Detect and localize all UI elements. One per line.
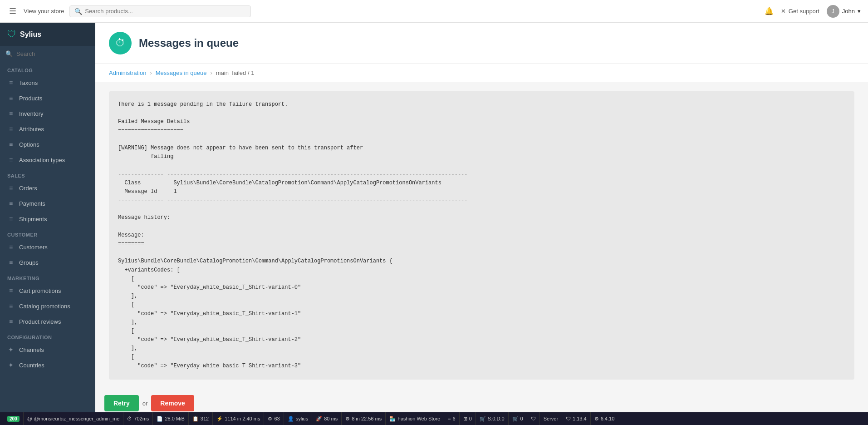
- sidebar-logo: 🛡 Sylius: [0, 23, 95, 46]
- http-code-badge: 200: [7, 416, 20, 422]
- sidebar-logo-text: Sylius: [20, 30, 41, 39]
- status-channels: ≡ 6: [444, 412, 460, 425]
- avatar: J: [827, 5, 839, 18]
- time3-icon: ⚙: [345, 416, 350, 422]
- sidebar-item-cart-promotions[interactable]: ≡ Cart promotions: [0, 283, 95, 298]
- status-url: @ @monsieurbiz_messenger_admin_me: [24, 412, 124, 425]
- catalog-promotions-icon: ≡: [7, 302, 15, 310]
- sidebar-item-product-reviews[interactable]: ≡ Product reviews: [0, 314, 95, 329]
- orders-icon: ≡: [7, 184, 15, 192]
- topbar-right: 🔔 ✕ Get support J John ▾: [765, 5, 861, 18]
- topbar: ☰ View your store 🔍 🔔 ✕ Get support J Jo…: [0, 0, 868, 23]
- breadcrumb: Administration › Messages in queue › mai…: [95, 64, 868, 82]
- sidebar-item-products[interactable]: ≡ Products: [0, 90, 95, 106]
- sidebar-item-catalog-promotions[interactable]: ≡ Catalog promotions: [0, 298, 95, 314]
- countries-icon: ✦: [7, 361, 15, 369]
- user-menu-button[interactable]: J John ▾: [827, 5, 861, 18]
- taxons-icon: ≡: [7, 79, 15, 86]
- user-icon: 👤: [288, 416, 294, 422]
- products-icon: ≡: [7, 94, 15, 102]
- php-version-icon: ⚙: [594, 416, 599, 422]
- main-content: ⏱ Messages in queue Administration › Mes…: [95, 23, 868, 412]
- status-sylius-icon: 🛡: [527, 412, 540, 425]
- cart-icon: 🛒: [480, 416, 486, 422]
- sidebar-section-marketing: MARKETING: [0, 270, 95, 283]
- search-icon: 🔍: [74, 8, 82, 15]
- search-input[interactable]: [85, 8, 246, 15]
- time2-icon: 🚀: [316, 416, 322, 422]
- sylius-status-icon: 🛡: [531, 416, 536, 421]
- status-time3: ⚙ 8 in 22.56 ms: [342, 412, 386, 425]
- sidebar-item-shipments[interactable]: ≡ Shipments: [0, 211, 95, 227]
- queue-icon: ⏱: [115, 37, 125, 49]
- sidebar-item-payments[interactable]: ≡ Payments: [0, 196, 95, 211]
- remove-button[interactable]: Remove: [151, 395, 194, 411]
- page-title: Messages in queue: [139, 37, 239, 49]
- layout: 🛡 Sylius 🔍 CATALOG ≡ Taxons ≡ Products ≡…: [0, 23, 868, 412]
- search-bar: 🔍: [69, 5, 251, 17]
- clock-icon: ⏱: [127, 416, 132, 421]
- sylius-logo-icon: 🛡: [7, 29, 16, 40]
- channels-icon: ✦: [7, 346, 15, 353]
- memory-icon: 📄: [157, 416, 163, 422]
- hamburger-button[interactable]: ☰: [7, 5, 18, 18]
- sidebar-item-orders[interactable]: ≡ Orders: [0, 180, 95, 196]
- breadcrumb-current: main_failed / 1: [216, 69, 255, 76]
- product-reviews-icon: ≡: [7, 318, 15, 325]
- status-grid: ⊞ 0: [460, 412, 476, 425]
- sidebar-section-customer: CUSTOMER: [0, 227, 95, 239]
- count-icon: ⚙: [268, 416, 272, 422]
- sidebar-item-inventory[interactable]: ≡ Inventory: [0, 106, 95, 121]
- sidebar-item-association-types[interactable]: ≡ Association types: [0, 152, 95, 168]
- sidebar-section-sales: SALES: [0, 168, 95, 180]
- status-memory: 📄 28.0 MiB: [153, 412, 188, 425]
- or-label: or: [142, 400, 148, 407]
- notification-bell-button[interactable]: 🔔: [765, 7, 774, 15]
- content-area: There is 1 message pending in the failur…: [95, 82, 868, 412]
- view-store-link[interactable]: View your store: [24, 8, 64, 15]
- sidebar-search-input[interactable]: [16, 50, 90, 57]
- get-support-button[interactable]: ✕ Get support: [781, 8, 819, 15]
- channels-status-icon: ≡: [448, 416, 451, 421]
- status-cart: 🛒 S:0:D:0: [476, 412, 509, 425]
- retry-button[interactable]: Retry: [104, 395, 139, 411]
- breadcrumb-messages-in-queue[interactable]: Messages in queue: [156, 69, 207, 76]
- status-time2: 🚀 80 ms: [312, 412, 342, 425]
- options-icon: ≡: [7, 141, 15, 148]
- requests-icon: 📋: [192, 416, 199, 422]
- sidebar: 🛡 Sylius 🔍 CATALOG ≡ Taxons ≡ Products ≡…: [0, 23, 95, 412]
- status-version2: ⚙ 6.4.10: [591, 412, 618, 425]
- sidebar-item-attributes[interactable]: ≡ Attributes: [0, 121, 95, 137]
- sidebar-section-configuration: CONFIGURATION: [0, 329, 95, 342]
- sidebar-item-customers[interactable]: ≡ Customers: [0, 239, 95, 255]
- sidebar-search-icon: 🔍: [5, 50, 13, 57]
- sidebar-item-taxons[interactable]: ≡ Taxons: [0, 75, 95, 90]
- orders-count-icon: 🛒: [512, 416, 519, 422]
- status-version1: 🛡 1.13.4: [562, 412, 591, 425]
- payments-icon: ≡: [7, 200, 15, 207]
- sidebar-item-groups[interactable]: ≡ Groups: [0, 255, 95, 270]
- status-requests: 📋 312: [189, 412, 213, 425]
- status-orders-count: 🛒 0: [509, 412, 527, 425]
- sidebar-item-channels[interactable]: ✦ Channels: [0, 342, 95, 357]
- page-header: ⏱ Messages in queue: [95, 23, 868, 64]
- status-count: ⚙ 63: [264, 412, 284, 425]
- statusbar: 200 @ @monsieurbiz_messenger_admin_me ⏱ …: [0, 412, 868, 425]
- attributes-icon: ≡: [7, 125, 15, 133]
- page-icon: ⏱: [109, 32, 132, 54]
- groups-icon: ≡: [7, 259, 15, 266]
- customers-icon: ≡: [7, 243, 15, 251]
- url-icon: @: [27, 416, 32, 421]
- sidebar-item-countries[interactable]: ✦ Countries: [0, 357, 95, 373]
- breadcrumb-administration[interactable]: Administration: [109, 69, 146, 76]
- cart-promotions-icon: ≡: [7, 287, 15, 294]
- sidebar-search: 🔍: [0, 46, 95, 62]
- action-bar: Retry or Remove: [104, 395, 194, 411]
- sidebar-item-options[interactable]: ≡ Options: [0, 137, 95, 152]
- message-code-block: There is 1 message pending in the failur…: [109, 91, 854, 380]
- status-server: Server: [540, 412, 562, 425]
- sidebar-section-catalog: CATALOG: [0, 62, 95, 75]
- inventory-icon: ≡: [7, 110, 15, 117]
- grid-icon: ⊞: [463, 416, 467, 422]
- support-icon: ✕: [781, 8, 786, 15]
